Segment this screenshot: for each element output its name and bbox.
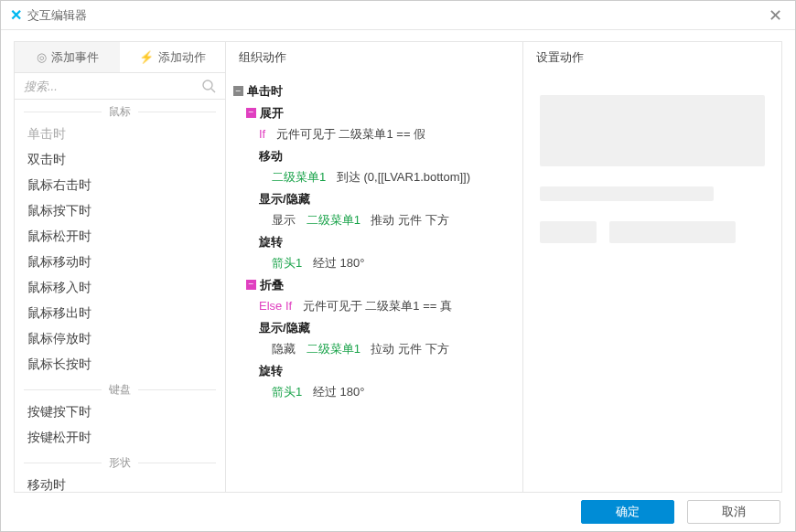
target-name[interactable]: 箭头1	[272, 383, 302, 401]
event-item[interactable]: 鼠标停放时	[15, 326, 225, 352]
footer: 确定 取消	[1, 493, 795, 531]
collapse-icon[interactable]: −	[246, 108, 256, 118]
tree-case-node[interactable]: 展开	[260, 104, 284, 122]
event-item[interactable]: 鼠标右击时	[15, 173, 225, 198]
event-item[interactable]: 按键松开时	[15, 425, 225, 451]
left-tabs: ◎ 添加事件 ⚡ 添加动作	[15, 42, 225, 73]
ok-button[interactable]: 确定	[581, 500, 674, 524]
target-name[interactable]: 箭头1	[272, 254, 302, 272]
settings-placeholder-row	[540, 221, 765, 243]
event-item[interactable]: 双击时	[15, 147, 225, 173]
action-detail: 到达 (0,[[LVAR1.bottom]])	[337, 168, 470, 186]
tree-event-node[interactable]: 单击时	[247, 82, 283, 101]
action-detail: 拉动 元件 下方	[371, 340, 448, 358]
settings-panel: 设置动作	[523, 41, 782, 493]
app-logo: ✕	[10, 6, 22, 24]
target-icon: ◎	[37, 50, 47, 64]
event-item[interactable]: 鼠标移出时	[15, 301, 225, 326]
action-pre: 显示	[272, 211, 296, 229]
settings-placeholder-small	[540, 221, 597, 243]
collapse-icon[interactable]: −	[246, 280, 256, 290]
event-item[interactable]: 单击时	[15, 122, 225, 147]
action-title[interactable]: 显示/隐藏	[259, 319, 310, 337]
settings-placeholder-small	[609, 221, 736, 243]
action-title[interactable]: 移动	[259, 147, 283, 165]
settings-placeholder-bar	[540, 186, 714, 201]
mid-heading: 组织动作	[226, 42, 522, 73]
elseif-keyword: Else If	[259, 297, 292, 315]
window-title: 交互编辑器	[27, 7, 87, 24]
titlebar: ✕ 交互编辑器 ✕	[1, 1, 795, 30]
search-row	[15, 73, 225, 100]
event-item[interactable]: 鼠标移动时	[15, 250, 225, 275]
svg-line-1	[211, 89, 215, 92]
action-detail: 推动 元件 下方	[371, 211, 448, 229]
if-keyword: If	[259, 125, 265, 144]
right-heading: 设置动作	[523, 42, 781, 73]
action-pre: 隐藏	[272, 340, 296, 358]
action-title[interactable]: 旋转	[259, 233, 283, 251]
actions-panel: 组织动作 − 单击时 − 展开 If 元件可见于 二级菜单1 == 假 移动 二…	[226, 41, 523, 493]
group-header-shape: 形状	[15, 454, 225, 471]
bolt-icon: ⚡	[139, 50, 154, 64]
action-tree[interactable]: − 单击时 − 展开 If 元件可见于 二级菜单1 == 假 移动 二级菜单1 …	[226, 73, 522, 492]
svg-point-0	[203, 80, 212, 90]
collapse-icon[interactable]: −	[233, 86, 243, 96]
action-detail: 经过 180°	[313, 383, 365, 401]
event-item[interactable]: 按键按下时	[15, 399, 225, 425]
action-detail: 经过 180°	[313, 254, 365, 272]
tab-add-action[interactable]: ⚡ 添加动作	[120, 42, 225, 72]
close-icon[interactable]: ✕	[765, 5, 786, 26]
event-list[interactable]: 鼠标 单击时 双击时 鼠标右击时 鼠标按下时 鼠标松开时 鼠标移动时 鼠标移入时…	[15, 100, 225, 492]
event-item[interactable]: 鼠标移入时	[15, 275, 225, 301]
cancel-button[interactable]: 取消	[687, 500, 780, 524]
event-item[interactable]: 鼠标长按时	[15, 352, 225, 378]
event-item[interactable]: 鼠标松开时	[15, 224, 225, 250]
action-title[interactable]: 旋转	[259, 362, 283, 380]
group-header-mouse: 鼠标	[15, 103, 225, 120]
search-input[interactable]	[24, 80, 201, 93]
events-panel: ◎ 添加事件 ⚡ 添加动作 鼠标 单击时 双击时 鼠标右击时 鼠标按下时 鼠标松…	[14, 41, 226, 493]
target-name[interactable]: 二级菜单1	[307, 211, 360, 229]
target-name[interactable]: 二级菜单1	[272, 168, 326, 186]
condition-text[interactable]: 元件可见于 二级菜单1 == 假	[276, 125, 425, 144]
search-icon[interactable]	[201, 79, 216, 93]
group-header-keyboard: 键盘	[15, 381, 225, 398]
tree-case-node[interactable]: 折叠	[260, 276, 284, 294]
event-item[interactable]: 移动时	[15, 473, 225, 492]
target-name[interactable]: 二级菜单1	[307, 340, 360, 358]
tab-add-event[interactable]: ◎ 添加事件	[15, 42, 120, 72]
tab-label: 添加事件	[51, 49, 99, 66]
main-content: ◎ 添加事件 ⚡ 添加动作 鼠标 单击时 双击时 鼠标右击时 鼠标按下时 鼠标松…	[1, 30, 795, 493]
condition-text[interactable]: 元件可见于 二级菜单1 == 真	[303, 297, 452, 315]
event-item[interactable]: 鼠标按下时	[15, 198, 225, 224]
action-title[interactable]: 显示/隐藏	[259, 190, 310, 208]
settings-placeholder-big	[540, 95, 765, 166]
settings-body	[523, 73, 781, 492]
tab-label: 添加动作	[158, 49, 206, 66]
